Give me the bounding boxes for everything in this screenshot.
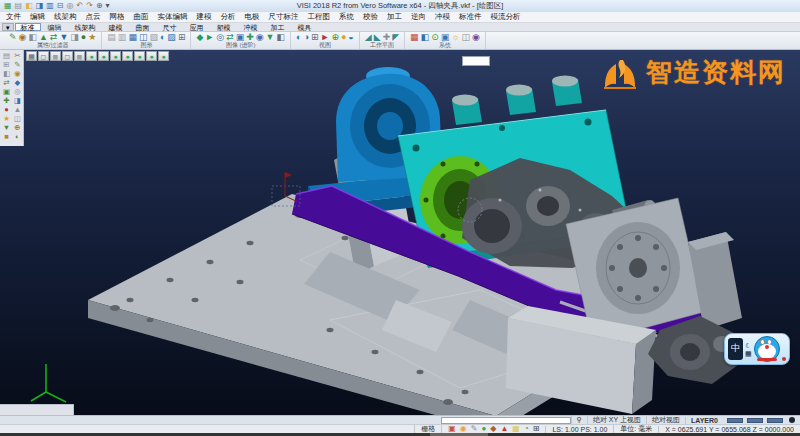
- tool-icon[interactable]: ►: [205, 33, 214, 42]
- tool-icon[interactable]: ☼: [451, 33, 459, 42]
- tool-icon[interactable]: ▦: [128, 33, 137, 42]
- status-tool-icon[interactable]: ⊞: [533, 425, 540, 433]
- ribbon-tab[interactable]: 冲模: [238, 23, 264, 31]
- tool-icon[interactable]: ◐: [160, 33, 165, 42]
- view-orientation-button[interactable]: ●: [146, 51, 157, 61]
- ime-language-button[interactable]: 中: [728, 338, 743, 360]
- tool-icon[interactable]: ▦: [410, 33, 419, 42]
- menu-item[interactable]: 编辑: [30, 12, 45, 22]
- tool-icon[interactable]: ★: [1, 114, 12, 123]
- view-orientation-button[interactable]: ●: [158, 51, 169, 61]
- tool-icon[interactable]: ◫: [12, 114, 23, 123]
- menu-item[interactable]: 模流分析: [491, 12, 521, 22]
- tool-icon[interactable]: ⇄: [50, 33, 58, 42]
- tool-icon[interactable]: ◎: [12, 87, 23, 96]
- status-tool-icon[interactable]: ◆: [490, 425, 496, 433]
- shading-button[interactable]: ◼: [74, 51, 85, 61]
- tool-icon[interactable]: ◑: [303, 33, 308, 42]
- tool-icon[interactable]: ▧: [149, 33, 158, 42]
- tool-icon[interactable]: ◐: [12, 132, 23, 141]
- tool-icon[interactable]: ⊞: [311, 33, 319, 42]
- ime-keyboard-icon[interactable]: ▦: [745, 350, 752, 357]
- ime-fullmoon-icon[interactable]: ☾: [745, 342, 752, 349]
- ribbon-tab[interactable]: 应用: [184, 23, 210, 31]
- active-layer-label[interactable]: LAYER0: [685, 417, 723, 424]
- tool-icon[interactable]: ◒: [348, 33, 353, 42]
- tool-icon[interactable]: ⊞: [178, 33, 186, 42]
- tool-icon[interactable]: ⊕: [331, 33, 339, 42]
- line-color-chip[interactable]: [747, 418, 763, 423]
- tool-icon[interactable]: ◎: [216, 33, 224, 42]
- status-tool-icon[interactable]: ◉: [460, 425, 467, 433]
- tool-icon[interactable]: ●: [81, 33, 86, 42]
- tool-icon[interactable]: ✎: [12, 60, 23, 69]
- tool-icon[interactable]: ✂: [12, 51, 23, 60]
- fill-color-chip[interactable]: [767, 418, 783, 423]
- tool-icon[interactable]: ◣: [374, 33, 381, 42]
- tool-icon[interactable]: ✚: [246, 33, 254, 42]
- tool-icon[interactable]: ▼: [59, 33, 68, 42]
- tool-icon[interactable]: ▲: [39, 33, 48, 42]
- tool-icon[interactable]: ◉: [19, 33, 27, 42]
- view-orientation-button[interactable]: ●: [134, 51, 145, 61]
- tool-icon[interactable]: ▤: [1, 51, 12, 60]
- tool-icon[interactable]: ◧: [1, 69, 12, 78]
- tool-icon[interactable]: ►: [320, 33, 329, 42]
- tool-icon[interactable]: ◐: [296, 33, 301, 42]
- menu-item[interactable]: 加工: [387, 12, 402, 22]
- menu-item[interactable]: 校验: [363, 12, 378, 22]
- tool-icon[interactable]: ⊕: [12, 123, 23, 132]
- view-orientation-button[interactable]: ●: [86, 51, 97, 61]
- menu-item[interactable]: 冲模: [435, 12, 450, 22]
- shading-button[interactable]: ◻: [38, 51, 49, 61]
- menu-item[interactable]: 系统: [339, 12, 354, 22]
- status-tool-icon[interactable]: ◔: [524, 425, 529, 433]
- tool-icon[interactable]: ◧: [28, 33, 37, 42]
- menu-item[interactable]: 曲面: [134, 12, 149, 22]
- tool-icon[interactable]: ▣: [236, 33, 245, 42]
- tool-icon[interactable]: ◉: [472, 33, 480, 42]
- tool-icon[interactable]: ⇄: [226, 33, 234, 42]
- tool-icon[interactable]: ◨: [70, 33, 79, 42]
- tool-icon[interactable]: ◫: [139, 33, 148, 42]
- status-tool-icon[interactable]: ●: [481, 425, 486, 433]
- menu-item[interactable]: 逆向: [411, 12, 426, 22]
- menu-item[interactable]: 工程图: [308, 12, 331, 22]
- tool-icon[interactable]: ◢: [365, 33, 372, 42]
- ribbon-tab[interactable]: 标准: [15, 23, 41, 31]
- ribbon-tab[interactable]: 加工: [265, 23, 291, 31]
- ribbon-tab[interactable]: 曲面: [130, 23, 156, 31]
- ime-menu-dot[interactable]: [782, 357, 786, 361]
- layer-color-chip[interactable]: [727, 418, 743, 423]
- tool-icon[interactable]: ▼: [1, 123, 12, 132]
- tool-icon[interactable]: ■: [1, 132, 12, 141]
- tool-icon[interactable]: ⊞: [1, 60, 12, 69]
- shading-button[interactable]: ◼: [50, 51, 61, 61]
- tool-icon[interactable]: ✚: [383, 33, 391, 42]
- tool-icon[interactable]: ▤: [107, 33, 116, 42]
- menu-item[interactable]: 建模: [197, 12, 212, 22]
- tool-icon[interactable]: ▨: [167, 33, 176, 42]
- status-tool-icon[interactable]: ✎: [471, 425, 478, 433]
- status-tool-icon[interactable]: ▦: [512, 425, 520, 433]
- tool-icon[interactable]: ▥: [118, 33, 127, 42]
- menu-item[interactable]: 标准件: [459, 12, 482, 22]
- tool-icon[interactable]: ✚: [1, 96, 12, 105]
- shading-button[interactable]: ◻: [62, 51, 73, 61]
- search-icon[interactable]: ⚲: [571, 416, 587, 424]
- tool-icon[interactable]: ◧: [421, 33, 430, 42]
- tool-icon[interactable]: ▲: [12, 105, 23, 114]
- menu-item[interactable]: 点云: [86, 12, 101, 22]
- tool-icon[interactable]: ▼: [266, 33, 275, 42]
- tool-icon[interactable]: ◆: [12, 78, 23, 87]
- floating-mini-toolbar[interactable]: [462, 56, 490, 66]
- viewport-layout-button[interactable]: ▦: [26, 51, 37, 61]
- tool-icon[interactable]: ◉: [256, 33, 264, 42]
- menu-item[interactable]: 分析: [221, 12, 236, 22]
- tool-icon[interactable]: ◤: [392, 33, 399, 42]
- ime-toolbar[interactable]: 中 ☾ ▦: [724, 333, 790, 365]
- ribbon-tab[interactable]: 模具: [292, 23, 318, 31]
- menu-item[interactable]: 实体编辑: [158, 12, 188, 22]
- ribbon-tab[interactable]: 尺寸: [157, 23, 183, 31]
- tool-icon[interactable]: ◫: [461, 33, 470, 42]
